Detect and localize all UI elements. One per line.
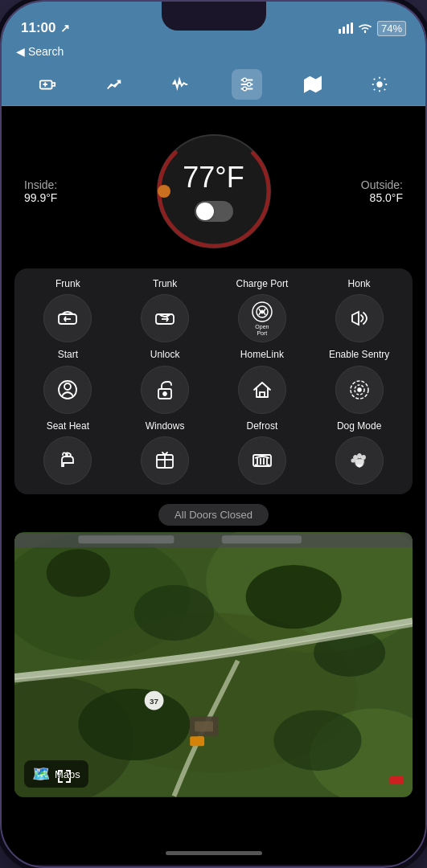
controls-panel: Frunk Trunk (14, 268, 413, 494)
dog-mode-button[interactable] (335, 436, 384, 485)
dog-mode-control[interactable]: Dog Mode (312, 420, 406, 485)
nav-battery-icon[interactable] (32, 69, 63, 100)
homelink-button[interactable] (238, 366, 286, 414)
toggle-knob (196, 203, 214, 220)
sentry-label: Enable Sentry (329, 349, 389, 360)
back-label: ◀ Search (16, 45, 64, 58)
windows-control[interactable]: Windows (118, 420, 212, 485)
defrost-label: Defrost (247, 420, 278, 432)
trunk-icon (153, 306, 177, 330)
homelink-icon (250, 378, 274, 402)
svg-point-11 (247, 82, 251, 86)
charge-port-label: Charge Port (236, 278, 289, 289)
trunk-control[interactable]: Trunk (118, 278, 212, 342)
start-control[interactable]: Start (21, 349, 115, 413)
dog-mode-label: Dog Mode (337, 420, 381, 432)
nav-gear-icon[interactable] (364, 69, 395, 100)
charge-port-button[interactable]: OpenPort (238, 294, 286, 342)
svg-point-34 (163, 392, 166, 395)
homelink-label: HomeLink (240, 349, 284, 360)
svg-rect-71 (14, 533, 413, 547)
seat-heat-control[interactable]: Seat Heat (21, 420, 115, 485)
map-svg: 37 (14, 532, 413, 797)
nav-chart-icon[interactable] (99, 69, 129, 100)
unlock-button[interactable] (141, 366, 189, 414)
frunk-label: Frunk (55, 278, 80, 289)
honk-control[interactable]: Honk (312, 278, 406, 342)
seat-heat-icon (55, 448, 80, 473)
svg-point-60 (134, 585, 214, 641)
seat-heat-label: Seat Heat (47, 420, 89, 432)
expand-map-button[interactable] (56, 768, 72, 788)
seat-heat-button[interactable] (43, 436, 92, 485)
svg-point-52 (351, 459, 355, 462)
svg-point-38 (358, 388, 361, 391)
charge-port-control[interactable]: Charge Port OpenPort (216, 278, 310, 342)
start-icon (55, 378, 80, 402)
svg-rect-70 (389, 776, 404, 784)
doors-status-text: All Doors Closed (174, 509, 253, 521)
status-right: 74% (339, 21, 406, 36)
honk-button[interactable] (335, 294, 384, 342)
map-section[interactable]: 37 🗺️ Maps (14, 532, 413, 797)
frunk-button[interactable] (43, 294, 92, 342)
home-indicator (2, 841, 425, 865)
windows-icon (153, 448, 177, 473)
svg-text:37: 37 (150, 697, 159, 706)
ac-toggle[interactable] (195, 201, 233, 222)
windows-button[interactable] (141, 436, 189, 485)
signal-icon (339, 23, 353, 34)
svg-point-64 (273, 710, 361, 771)
dog-mode-icon (347, 448, 372, 473)
unlock-control[interactable]: Unlock (118, 349, 212, 413)
svg-rect-1 (343, 27, 345, 34)
unlock-icon (153, 378, 177, 402)
svg-rect-66 (195, 722, 213, 732)
outside-value: 85.0°F (361, 191, 403, 204)
sentry-button[interactable] (335, 366, 384, 414)
start-label: Start (58, 349, 78, 360)
svg-point-30 (261, 310, 264, 313)
svg-point-51 (361, 456, 364, 459)
svg-marker-13 (305, 76, 321, 91)
current-temp: 77°F (183, 161, 244, 194)
svg-point-50 (357, 454, 360, 457)
status-time: 11:00 ↗ (21, 20, 70, 36)
frunk-control[interactable]: Frunk (21, 278, 115, 342)
homelink-control[interactable]: HomeLink (216, 349, 310, 413)
doors-status-badge: All Doors Closed (158, 504, 269, 526)
inside-value: 99.9°F (24, 191, 57, 204)
svg-point-16 (377, 82, 382, 87)
nav-sliders-icon[interactable] (232, 69, 262, 100)
svg-rect-0 (339, 29, 341, 34)
home-bar[interactable] (166, 851, 262, 855)
notch (162, 2, 266, 31)
trunk-label: Trunk (153, 278, 177, 289)
sentry-control[interactable]: Enable Sentry (312, 349, 406, 413)
open-port-label: OpenPort (255, 324, 269, 336)
svg-point-19 (158, 185, 170, 198)
inside-temp-display: Inside: 99.9°F (24, 178, 57, 204)
windows-label: Windows (146, 420, 185, 432)
trunk-button[interactable] (141, 294, 189, 342)
thermostat-section: Inside: 99.9°F 77°F (14, 119, 413, 268)
inside-label: Inside: (24, 178, 57, 191)
svg-rect-2 (347, 24, 349, 34)
back-button[interactable]: ◀ Search (16, 45, 411, 58)
nav-wave-icon[interactable] (165, 69, 195, 100)
defrost-button[interactable] (238, 436, 286, 485)
defrost-control[interactable]: Defrost (216, 420, 310, 485)
svg-rect-73 (222, 535, 302, 543)
thermostat-inner: 77°F (183, 161, 244, 222)
charge-port-icon (251, 301, 273, 323)
nav-map-icon[interactable] (298, 69, 328, 100)
start-button[interactable] (43, 366, 92, 414)
expand-icon (56, 768, 72, 784)
svg-rect-67 (190, 736, 204, 746)
thermostat-ring[interactable]: 77°F (150, 127, 278, 256)
battery-icon: 74% (377, 21, 406, 36)
main-content: Inside: 99.9°F 77°F (2, 106, 425, 841)
svg-point-49 (353, 456, 356, 459)
controls-grid: Frunk Trunk (21, 278, 406, 485)
svg-point-10 (243, 78, 247, 82)
